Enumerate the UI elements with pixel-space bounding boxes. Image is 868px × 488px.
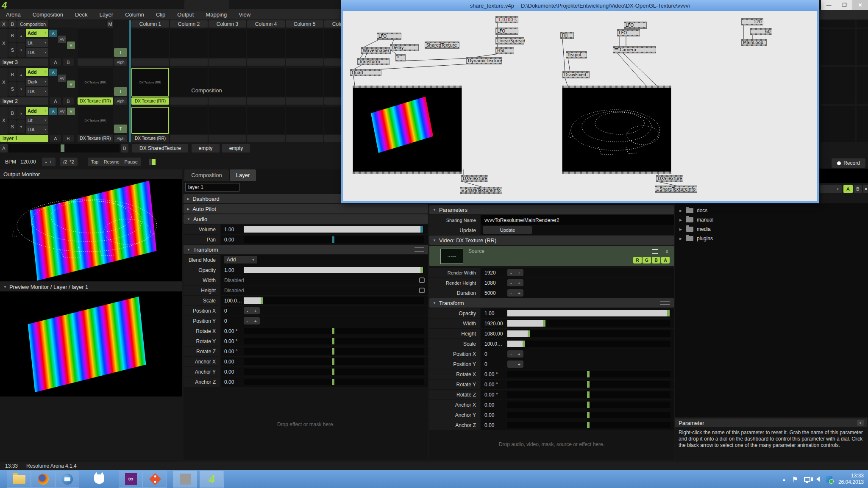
maximize-button[interactable]: ❐: [837, 0, 852, 10]
menu-view[interactable]: View: [233, 11, 256, 18]
layer3-name[interactable]: layer 3: [0, 58, 48, 66]
rotate-z-slider[interactable]: [244, 348, 424, 355]
expand-icon[interactable]: ▶: [679, 218, 683, 222]
layer2-blend-dark[interactable]: Dark▼: [26, 78, 48, 86]
layer1-cross-b[interactable]: B: [63, 135, 74, 142]
clip-rotate-x-value[interactable]: 0.00 °: [484, 369, 498, 379]
layer1-blend-add[interactable]: Add▼: [26, 107, 48, 115]
grid-view-icon[interactable]: [863, 185, 868, 193]
height-enable-checkbox[interactable]: [419, 288, 425, 293]
opacity-slider[interactable]: [244, 267, 424, 273]
clip-anchor-y-slider[interactable]: [507, 412, 670, 418]
taskbar-visual-studio[interactable]: ∞: [119, 471, 143, 488]
vvvv-node-linearspread[interactable]: LinearSpread: [496, 38, 524, 44]
clip-cell[interactable]: [247, 107, 285, 134]
browser-item-docs[interactable]: ▶docs: [675, 206, 868, 215]
clip-label[interactable]: [324, 135, 341, 142]
vvvv-node-mainloop[interactable]: MainLoop: [742, 39, 766, 46]
section-video-dx-texture[interactable]: ▼Video: DX Texture (RR): [429, 236, 674, 245]
tab-composition[interactable]: Composition: [184, 169, 229, 181]
layer2-av-button[interactable]: AV: [58, 75, 66, 82]
expand-icon[interactable]: ▶: [679, 227, 683, 231]
rotate-y-slider[interactable]: [244, 338, 424, 344]
taskbar-foobar2000[interactable]: [87, 471, 111, 488]
scale-slider[interactable]: [244, 297, 424, 304]
channel-r-button[interactable]: R: [633, 257, 642, 263]
layer3-x-button[interactable]: X: [0, 29, 8, 58]
crossfader-b-button[interactable]: B: [121, 144, 128, 152]
clip-cell[interactable]: [247, 68, 285, 97]
clip-cell[interactable]: [247, 29, 285, 58]
vvvv-node-lfo[interactable]: LFO: [496, 28, 518, 34]
vvvv-node-dynamictexture[interactable]: DynamicTexture: [467, 58, 501, 64]
opacity-handle[interactable]: [420, 267, 423, 273]
section-parameters[interactable]: ▼Parameters: [429, 205, 674, 214]
clip-cell[interactable]: [324, 107, 341, 134]
transform-menu-icon[interactable]: [415, 247, 424, 252]
tab-composition[interactable]: Composition: [184, 0, 229, 11]
crossfader-handle[interactable]: [61, 144, 64, 152]
clip-cell[interactable]: [857, 29, 868, 65]
clip-cell[interactable]: [821, 67, 855, 104]
clip-anchor-z-handle[interactable]: [587, 422, 590, 428]
opacity-value[interactable]: 1.00: [224, 265, 234, 275]
crossfader-track[interactable]: [8, 144, 120, 152]
rotate-y-value[interactable]: 0.00 °: [224, 336, 238, 346]
monitor-b-button[interactable]: B: [854, 185, 862, 193]
clip-position-y-value[interactable]: 0: [484, 359, 487, 369]
layer1-up-button[interactable]: ▲: [17, 107, 25, 119]
layer2-blend-lia[interactable]: LIA▼: [26, 87, 48, 96]
clip-anchor-y-value[interactable]: 0.00: [484, 410, 494, 420]
clip-opacity-value[interactable]: 1.00: [484, 308, 494, 318]
vvvv-node-dx9texture[interactable]: DX9Texture: [462, 175, 488, 182]
clip-label[interactable]: [209, 58, 246, 66]
action-center-icon[interactable]: ⚑: [792, 475, 798, 483]
anchor-x-value[interactable]: 0.00: [224, 357, 234, 366]
clip-cell[interactable]: [821, 29, 855, 65]
layer2-up-button[interactable]: ▲: [17, 68, 25, 81]
network-icon[interactable]: [804, 477, 810, 482]
layer1-cross-a[interactable]: A: [50, 135, 61, 142]
record-button[interactable]: Record: [832, 158, 865, 168]
anchor-z-value[interactable]: 0.00: [224, 377, 234, 387]
menu-clip[interactable]: Clip: [150, 11, 171, 18]
layer1-t-button[interactable]: T: [114, 125, 127, 133]
menu-composition[interactable]: Composition: [27, 11, 69, 18]
clip-cell[interactable]: [209, 29, 246, 58]
clip-label[interactable]: [247, 97, 285, 105]
clip-rotate-z-value[interactable]: 0.00 °: [484, 390, 498, 399]
clip-cell-selected[interactable]: [131, 107, 169, 134]
vvvv-node-quad[interactable]: Quad: [351, 69, 381, 76]
expand-icon[interactable]: ▶: [679, 237, 683, 241]
close-button[interactable]: ✕: [852, 0, 868, 10]
clip-label[interactable]: [324, 58, 341, 66]
layer2-t-button[interactable]: T: [114, 87, 127, 96]
clip-anchor-x-handle[interactable]: [587, 402, 590, 408]
clip-rotate-z-slider[interactable]: [507, 391, 670, 398]
pan-handle[interactable]: [332, 236, 334, 243]
layer1-down-button[interactable]: ▼: [17, 120, 25, 133]
clip-width-handle[interactable]: [543, 320, 545, 327]
layer1-x-button[interactable]: X: [0, 107, 8, 134]
clip-anchor-y-handle[interactable]: [587, 412, 590, 418]
column-header-2[interactable]: Column 2: [170, 20, 208, 28]
clip-cell[interactable]: [209, 107, 246, 134]
clip-label[interactable]: [170, 135, 208, 142]
rotate-x-slider[interactable]: [244, 328, 424, 334]
menu-arena[interactable]: Arena: [0, 11, 27, 18]
volume-slider[interactable]: [244, 226, 424, 233]
layer1-blend-lit[interactable]: Lit▼: [26, 116, 48, 125]
layer2-cross-a[interactable]: A: [50, 97, 61, 105]
vvvv-node-lfo[interactable]: LFO: [377, 33, 401, 39]
clip-anchor-x-slider[interactable]: [507, 402, 670, 408]
clip-label[interactable]: [247, 58, 285, 66]
layer1-name[interactable]: layer 1: [0, 135, 48, 142]
clip-label[interactable]: [286, 58, 323, 66]
layer2-down-button[interactable]: ▼: [17, 82, 25, 96]
layer3-cross-a[interactable]: A: [50, 58, 61, 66]
layer3-bypass-button[interactable]: B: [8, 29, 17, 42]
layer3-t-button[interactable]: T: [114, 48, 127, 57]
scale-handle[interactable]: [261, 297, 263, 304]
clip-label[interactable]: [286, 97, 323, 105]
bpm-halve-double-button[interactable]: /2 *2: [60, 158, 78, 166]
